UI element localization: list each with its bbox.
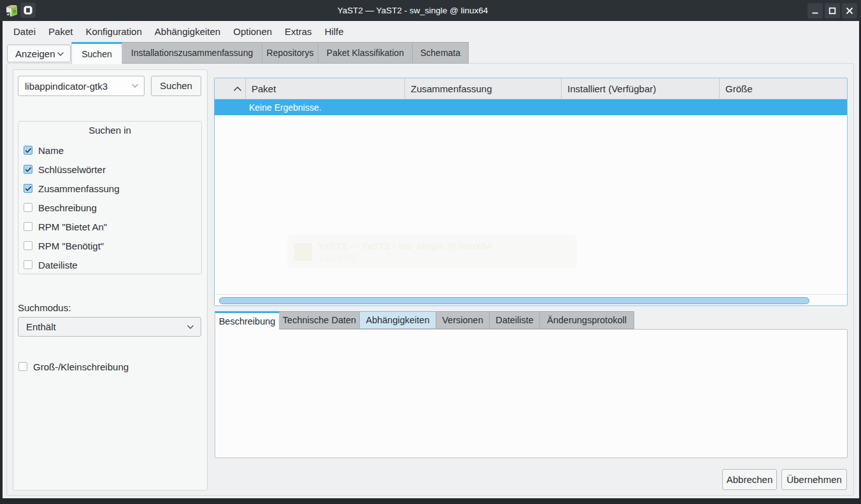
menu-hilfe[interactable]: Hilfe bbox=[318, 21, 350, 42]
checkbox-label: RPM "Bietet An" bbox=[38, 221, 107, 232]
detail-tabbar: Beschreibung Technische Daten Abhängigke… bbox=[215, 311, 634, 330]
checkbox-box bbox=[24, 222, 32, 231]
checkbox-schluesselwoerter[interactable]: Schlüsselwörter bbox=[24, 160, 197, 179]
checkbox-box bbox=[24, 260, 32, 269]
chevron-down-icon bbox=[57, 52, 64, 57]
checkbox-zusammenfassung[interactable]: Zusammenfassung bbox=[24, 179, 197, 198]
description-panel bbox=[215, 329, 848, 458]
tab-installationszusammenfassung[interactable]: Installationszusammenfassung bbox=[122, 42, 262, 64]
tab-paket-klassifikation[interactable]: Paket Klassifikation bbox=[318, 42, 413, 64]
maximize-button[interactable] bbox=[825, 3, 840, 18]
results-table-header: Paket Zusammenfassung Installiert (Verfü… bbox=[215, 78, 847, 99]
checkbox-label: Dateiliste bbox=[38, 260, 78, 270]
search-mode-select[interactable]: Enthält bbox=[18, 317, 201, 337]
chevron-down-icon bbox=[131, 83, 139, 88]
sort-column-header[interactable] bbox=[215, 78, 246, 99]
window-menu-icon[interactable] bbox=[20, 3, 36, 18]
horizontal-scrollbar[interactable] bbox=[215, 294, 847, 305]
menu-konfiguration[interactable]: Konfiguration bbox=[79, 21, 148, 42]
detail-tab-technische-daten[interactable]: Technische Daten bbox=[280, 311, 360, 329]
detail-tab-versionen[interactable]: Versionen bbox=[436, 311, 490, 329]
detail-tab-dateiliste[interactable]: Dateiliste bbox=[490, 311, 540, 329]
close-button[interactable] bbox=[842, 3, 857, 18]
menu-optionen[interactable]: Optionen bbox=[227, 21, 278, 42]
ghost-tooltip-subtitle: 861x504 bbox=[318, 253, 357, 263]
search-mode-label: Suchmodus: bbox=[18, 302, 71, 313]
yast-app-icon[interactable] bbox=[5, 4, 18, 17]
checkbox-label: Groß-/Kleinschreibung bbox=[33, 361, 129, 372]
checkbox-label: Beschreibung bbox=[38, 202, 97, 213]
checkbox-box bbox=[24, 146, 32, 155]
checkbox-box bbox=[24, 203, 32, 212]
checkbox-label: Name bbox=[38, 145, 64, 156]
search-in-title: Suchen in bbox=[18, 125, 202, 136]
tab-repositorys[interactable]: Repositorys bbox=[262, 42, 318, 64]
titlebar: YaST2 — YaST2 - sw_single @ linux64 bbox=[0, 0, 861, 21]
checkbox-rpm-benoetigt[interactable]: RPM "Benötigt" bbox=[24, 236, 197, 255]
search-input-value: libappindicator-gtk3 bbox=[25, 81, 108, 92]
cancel-button[interactable]: Abbrechen bbox=[722, 469, 777, 490]
checkbox-dateiliste[interactable]: Dateiliste bbox=[24, 255, 197, 274]
results-table: Paket Zusammenfassung Installiert (Verfü… bbox=[214, 78, 848, 306]
chevron-down-icon bbox=[187, 325, 194, 330]
search-input-combo[interactable]: libappindicator-gtk3 bbox=[18, 76, 145, 96]
menu-datei[interactable]: Datei bbox=[7, 21, 42, 42]
column-header-groesse[interactable]: Größe bbox=[720, 78, 847, 99]
checkbox-label: Zusammenfassung bbox=[38, 183, 120, 194]
no-results-row[interactable]: Keine Ergebnisse. bbox=[215, 99, 847, 115]
ghost-yast-icon bbox=[294, 243, 312, 261]
menu-extras[interactable]: Extras bbox=[278, 21, 318, 42]
checkbox-box bbox=[24, 241, 32, 250]
menu-abhaengigkeiten[interactable]: Abhängigkeiten bbox=[148, 21, 227, 42]
checkbox-box bbox=[24, 184, 32, 193]
checkbox-case-sensitive[interactable]: Groß-/Kleinschreibung bbox=[18, 357, 197, 376]
detail-tab-abhaengigkeiten[interactable]: Abhängigkeiten bbox=[360, 311, 436, 329]
search-filter-list: Name Schlüsselwörter Zusammenfassung Bes… bbox=[24, 141, 197, 274]
tab-suchen[interactable]: Suchen bbox=[71, 42, 122, 64]
column-header-installiert[interactable]: Installiert (Verfügbar) bbox=[562, 78, 720, 99]
minimize-button[interactable] bbox=[808, 3, 823, 18]
checkbox-box bbox=[18, 362, 27, 371]
tab-schemata[interactable]: Schemata bbox=[413, 42, 469, 64]
ghost-tooltip: YaST2 — YaST2 - sw_single @ linux64 1352… bbox=[287, 235, 577, 269]
window-title: YaST2 — YaST2 - sw_single @ linux64 bbox=[0, 0, 825, 21]
column-header-paket[interactable]: Paket bbox=[246, 78, 405, 99]
horizontal-scrollbar-thumb[interactable] bbox=[219, 297, 809, 304]
column-header-zusammenfassung[interactable]: Zusammenfassung bbox=[405, 78, 562, 99]
checkbox-box bbox=[24, 165, 32, 174]
checkbox-beschreibung[interactable]: Beschreibung bbox=[24, 198, 197, 217]
menubar: Datei Paket Konfiguration Abhängigkeiten… bbox=[3, 21, 859, 42]
sort-ascending-icon bbox=[233, 86, 242, 92]
checkbox-name[interactable]: Name bbox=[24, 141, 197, 160]
checkbox-rpm-bietet-an[interactable]: RPM "Bietet An" bbox=[24, 217, 197, 236]
checkbox-label: RPM "Benötigt" bbox=[38, 241, 104, 251]
view-dropdown-button[interactable]: Anzeigen bbox=[7, 45, 71, 62]
search-button[interactable]: Suchen bbox=[151, 76, 201, 96]
detail-tab-beschreibung[interactable]: Beschreibung bbox=[215, 311, 280, 330]
view-dropdown-label: Anzeigen bbox=[15, 48, 55, 59]
main-tabbar: Suchen Installationszusammenfassung Repo… bbox=[71, 42, 469, 64]
menu-paket[interactable]: Paket bbox=[42, 21, 79, 42]
apply-button[interactable]: Übernehmen bbox=[781, 469, 847, 490]
ghost-tooltip-title: YaST2 — YaST2 - sw_single @ linux64 bbox=[318, 241, 492, 251]
search-mode-value: Enthält bbox=[26, 321, 56, 332]
checkbox-label: Schlüsselwörter bbox=[38, 164, 106, 175]
detail-tab-aenderungsprotokoll[interactable]: Änderungsprotokoll bbox=[540, 311, 634, 329]
